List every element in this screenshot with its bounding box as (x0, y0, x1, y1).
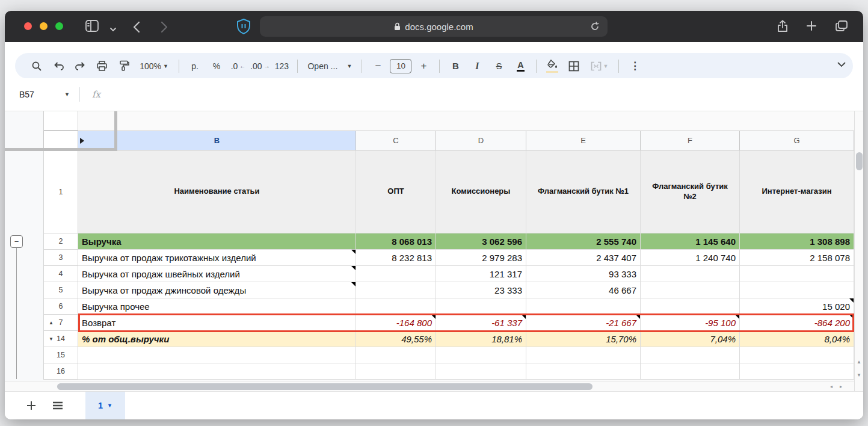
column-header-C[interactable]: C (356, 131, 436, 150)
more-formats-button[interactable]: 123 (272, 57, 291, 75)
cell-G5[interactable] (740, 282, 854, 298)
cell-G1[interactable]: Интернет-магазин (740, 150, 854, 233)
cell-E7[interactable]: -21 667 (526, 315, 641, 331)
column-header-B[interactable]: B (78, 131, 356, 150)
cell-B5[interactable]: Выручка от продаж джинсовой одежды (78, 282, 356, 298)
cell-B2[interactable]: Выручка (78, 233, 356, 250)
hidden-column-indicator[interactable] (80, 138, 84, 144)
group-up-marker-icon[interactable]: ▲ (49, 320, 54, 326)
cell-B16[interactable] (78, 363, 356, 380)
cell-B15[interactable] (78, 347, 356, 363)
horizontal-scrollbar-thumb[interactable] (57, 383, 593, 390)
row-header-3[interactable]: 3 (43, 250, 78, 266)
cell-B4[interactable]: Выручка от продаж швейных изделий (78, 266, 356, 282)
cell-B14[interactable]: % от общ.выручки (78, 331, 356, 347)
cell-D3[interactable]: 2 979 283 (436, 250, 526, 266)
italic-button[interactable]: I (467, 57, 487, 75)
column-header-E[interactable]: E (526, 131, 641, 150)
name-box[interactable]: B57 ▼ (5, 90, 76, 99)
cell-E3[interactable]: 2 437 407 (526, 250, 641, 266)
column-header-F[interactable]: F (641, 131, 740, 150)
format-percent-button[interactable]: % (207, 57, 226, 75)
cell-C3[interactable]: 8 232 813 (356, 250, 436, 266)
cell-D2[interactable]: 3 062 596 (436, 233, 526, 250)
scroll-left-right-arrows-icon[interactable]: ◂▸ (830, 384, 849, 389)
paint-format-icon[interactable] (114, 57, 133, 75)
increase-font-size-button[interactable]: + (414, 57, 433, 75)
cell-C1[interactable]: ОПТ (356, 150, 436, 233)
cell-F14[interactable]: 7,04% (641, 331, 740, 347)
cell-D14[interactable]: 18,81% (436, 331, 526, 347)
font-size-input[interactable]: 10 (390, 59, 411, 73)
formula-input[interactable] (100, 78, 863, 111)
collapse-group-button[interactable]: − (10, 235, 23, 248)
decrease-font-size-button[interactable]: − (368, 57, 387, 75)
row-header-14[interactable]: ▼14 (43, 331, 78, 347)
row-header-7[interactable]: ▲7 (43, 315, 78, 331)
cell-G4[interactable] (740, 266, 854, 282)
scroll-down-arrow-icon[interactable]: ▼ (857, 372, 861, 378)
cell-E16[interactable] (526, 363, 641, 380)
cell-F3[interactable]: 1 240 740 (641, 250, 740, 266)
cell-E4[interactable]: 93 333 (526, 266, 641, 282)
more-options-icon[interactable]: ⋮ (625, 57, 644, 75)
forward-icon[interactable] (160, 21, 168, 36)
row-header-15[interactable]: 15 (43, 347, 78, 363)
cell-F1[interactable]: Флагманский бутик №2 (641, 150, 740, 233)
bold-button[interactable]: B (446, 57, 465, 75)
undo-icon[interactable] (49, 57, 68, 75)
increase-decimal-button[interactable]: .00→ (250, 57, 269, 75)
cell-E2[interactable]: 2 555 740 (526, 233, 641, 250)
merge-cells-button[interactable]: ▼ (586, 57, 612, 75)
zoom-select[interactable]: 100%▼ (135, 57, 173, 75)
sidebar-chevron-down-icon[interactable] (109, 23, 117, 34)
horizontal-scrollbar[interactable]: ◂▸ (5, 381, 854, 391)
name-box-chevron-icon[interactable]: ▼ (64, 91, 70, 97)
cell-C5[interactable] (356, 282, 436, 298)
cell-D7[interactable]: -61 337 (436, 315, 526, 331)
fullscreen-window-button[interactable] (55, 22, 63, 30)
cell-E14[interactable]: 15,70% (526, 331, 641, 347)
cell-E5[interactable]: 46 667 (526, 282, 641, 298)
strikethrough-button[interactable]: S (489, 57, 508, 75)
cell-E6[interactable] (526, 298, 641, 315)
row-header-16[interactable]: 16 (43, 363, 78, 380)
privacy-shield-icon[interactable] (236, 18, 251, 37)
back-icon[interactable] (132, 21, 141, 36)
print-icon[interactable] (92, 57, 111, 75)
address-bar[interactable]: docs.google.com (260, 16, 608, 37)
cell-G2[interactable]: 1 308 898 (740, 233, 854, 250)
cell-G14[interactable]: 8,04% (740, 331, 854, 347)
vertical-scrollbar-thumb[interactable] (856, 152, 863, 170)
sheet-tab-chevron-icon[interactable]: ▼ (107, 403, 112, 409)
new-tab-icon[interactable] (806, 20, 817, 34)
cell-G3[interactable]: 2 158 078 (740, 250, 854, 266)
row-header-2[interactable]: 2 (43, 233, 78, 250)
cell-G16[interactable] (740, 363, 854, 380)
collapse-toolbar-icon[interactable] (837, 59, 846, 70)
vertical-scrollbar[interactable]: ▲ ▼ (854, 111, 863, 391)
cell-G7[interactable]: -864 200 (740, 315, 854, 331)
cell-B7[interactable]: Возврат (78, 315, 356, 331)
cell-C4[interactable] (356, 266, 436, 282)
borders-button[interactable] (564, 57, 583, 75)
font-select[interactable]: Open ...▼ (304, 57, 356, 75)
cell-B3[interactable]: Выручка от продаж трикотажных изделий (78, 250, 356, 266)
cell-B1[interactable]: Наименование статьи (78, 150, 356, 233)
scroll-up-arrow-icon[interactable]: ▲ (857, 359, 861, 365)
row-header-6[interactable]: 6 (43, 298, 78, 315)
cell-D1[interactable]: Комиссионеры (436, 150, 526, 233)
all-sheets-menu-icon[interactable] (45, 392, 71, 419)
tab-overview-icon[interactable] (835, 20, 848, 34)
cell-F2[interactable]: 1 145 640 (641, 233, 740, 250)
row-header-4[interactable]: 4 (43, 266, 78, 282)
cell-F4[interactable] (641, 266, 740, 282)
row-header-1[interactable]: 1 (43, 150, 78, 233)
cell-E1[interactable]: Флагманский бутик №1 (526, 150, 641, 233)
cell-G6[interactable]: 15 020 (740, 298, 854, 315)
group-down-marker-icon[interactable]: ▼ (49, 336, 54, 342)
cell-F16[interactable] (641, 363, 740, 380)
cell-F6[interactable] (641, 298, 740, 315)
cell-D15[interactable] (436, 347, 526, 363)
cell-C6[interactable] (356, 298, 436, 315)
